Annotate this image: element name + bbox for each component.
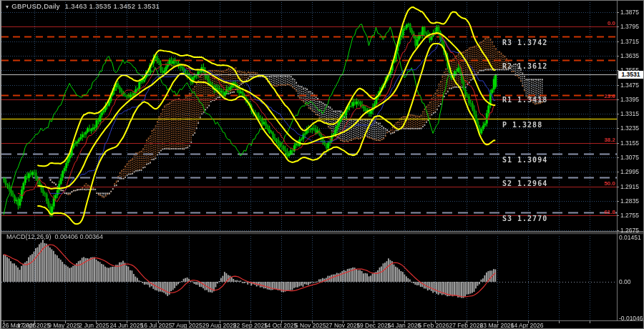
chart-window: ▾GBPUSD,Daily1.3463 1.3535 1.3452 1.3531… (0, 0, 644, 329)
chart-canvas[interactable] (1, 1, 644, 329)
